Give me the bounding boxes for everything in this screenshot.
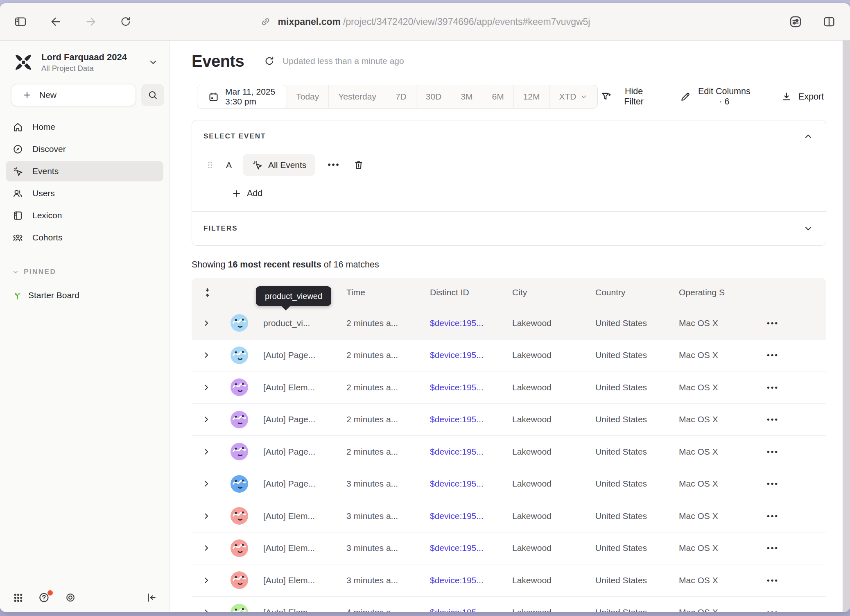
cell-city: Lakewood <box>512 575 595 585</box>
address-bar[interactable]: mixpanel.com/project/3472420/view/397469… <box>260 16 590 27</box>
trash-icon[interactable] <box>352 159 365 172</box>
table-row[interactable]: [Auto] Elem... 3 minutes a... $device:19… <box>192 500 826 532</box>
row-more-icon[interactable]: ••• <box>762 447 826 456</box>
cell-event-name: [Auto] Elem... <box>263 575 346 585</box>
cell-distinct-id-link[interactable]: $device:195... <box>430 383 512 392</box>
chevron-up-icon[interactable] <box>802 130 814 143</box>
row-more-icon[interactable]: ••• <box>762 544 826 553</box>
cell-distinct-id-link[interactable]: $device:195... <box>430 607 512 612</box>
table-row[interactable]: [Auto] Elem... 4 minutes a... $device:19… <box>192 597 826 612</box>
expand-row-icon[interactable] <box>192 607 215 612</box>
hide-filter-button[interactable]: Hide Filter <box>598 86 653 107</box>
collapse-all-rows-icon[interactable] <box>192 287 215 298</box>
cell-distinct-id-link[interactable]: $device:195... <box>430 575 512 585</box>
chevron-down-icon[interactable] <box>802 222 814 235</box>
row-more-icon[interactable]: ••• <box>762 383 826 392</box>
back-icon[interactable] <box>47 14 64 30</box>
expand-row-icon[interactable] <box>192 543 215 553</box>
event-row-more-icon[interactable]: ••• <box>325 160 342 170</box>
expand-row-icon[interactable] <box>192 383 215 392</box>
cell-distinct-id-link[interactable]: $device:195... <box>430 543 512 553</box>
expand-row-icon[interactable] <box>192 479 215 489</box>
expand-row-icon[interactable] <box>192 350 215 360</box>
row-more-icon[interactable]: ••• <box>762 351 826 360</box>
event-chip-label: All Events <box>268 160 306 170</box>
table-row[interactable]: [Auto] Page... 3 minutes a... $device:19… <box>192 468 826 500</box>
cell-country: United States <box>595 350 679 360</box>
sidebar-item-lexicon[interactable]: Lexicon <box>6 205 163 226</box>
sidebar-item-cohorts[interactable]: Cohorts <box>6 227 163 248</box>
sidebar-item-starter-board[interactable]: Starter Board <box>0 276 169 301</box>
chevron-down-icon <box>580 93 588 101</box>
date-range-12m[interactable]: 12M <box>514 85 550 108</box>
date-range-30d[interactable]: 30D <box>416 85 452 108</box>
table-row[interactable]: [Auto] Page... 2 minutes a... $device:19… <box>192 436 826 468</box>
expand-row-icon[interactable] <box>192 318 215 328</box>
expand-row-icon[interactable] <box>192 575 215 585</box>
export-button[interactable]: Export <box>778 91 826 103</box>
sidebar-item-events[interactable]: Events <box>6 161 163 181</box>
event-avatar <box>231 378 248 396</box>
table-row[interactable]: [Auto] Page... 2 minutes a... $device:19… <box>192 340 826 372</box>
date-range-6m[interactable]: 6M <box>482 85 513 108</box>
date-range-3m[interactable]: 3M <box>451 85 482 108</box>
add-event-button[interactable]: Add <box>229 188 265 199</box>
sidebar-item-home[interactable]: Home <box>6 117 163 137</box>
cell-distinct-id-link[interactable]: $device:195... <box>430 511 512 521</box>
cell-os: Mac OS X <box>679 511 762 521</box>
browser-nav-group <box>12 14 133 30</box>
date-range-control: Mar 11, 2025 3:30 pm Today Yesterday 7D … <box>197 85 598 109</box>
page-settings-icon[interactable] <box>787 13 804 30</box>
search-icon <box>147 90 158 100</box>
edit-columns-button[interactable]: Edit Columns · 6 <box>677 86 754 107</box>
table-row[interactable]: [Auto] Elem... 3 minutes a... $device:19… <box>192 532 826 565</box>
sidebar-item-users[interactable]: Users <box>6 183 163 204</box>
date-picker[interactable]: Mar 11, 2025 3:30 pm <box>197 85 287 109</box>
date-range-yesterday[interactable]: Yesterday <box>329 85 386 108</box>
cell-distinct-id-link[interactable]: $device:195... <box>430 318 512 328</box>
table-row[interactable]: [Auto] Elem... 2 minutes a... $device:19… <box>192 371 826 404</box>
row-more-icon[interactable]: ••• <box>762 319 826 328</box>
cell-distinct-id-link[interactable]: $device:195... <box>430 447 512 457</box>
split-view-icon[interactable] <box>821 13 838 30</box>
cell-distinct-id-link[interactable]: $device:195... <box>430 350 512 360</box>
date-range-today[interactable]: Today <box>287 85 329 108</box>
forward-icon[interactable] <box>83 14 99 30</box>
row-more-icon[interactable]: ••• <box>762 512 826 521</box>
date-range-7d[interactable]: 7D <box>386 85 416 108</box>
row-more-icon[interactable]: ••• <box>762 576 826 585</box>
row-more-icon[interactable]: ••• <box>762 415 826 424</box>
refresh-icon[interactable] <box>263 54 276 68</box>
cell-city: Lakewood <box>512 543 595 553</box>
new-button[interactable]: New <box>11 84 136 106</box>
drag-handle-icon[interactable] <box>205 160 215 170</box>
apps-grid-icon[interactable] <box>11 591 25 605</box>
browser-sidebar-toggle-icon[interactable] <box>12 14 29 30</box>
table-row[interactable]: [Auto] Page... 2 minutes a... $device:19… <box>192 404 826 436</box>
search-button[interactable] <box>141 84 164 106</box>
expand-row-icon[interactable] <box>192 447 215 457</box>
cell-distinct-id-link[interactable]: $device:195... <box>430 479 512 489</box>
query-builder-card: SELECT EVENT A All Events ••• <box>192 120 826 246</box>
sidebar-item-discover[interactable]: Discover <box>6 139 163 159</box>
cell-distinct-id-link[interactable]: $device:195... <box>430 414 512 424</box>
table-row[interactable]: [Auto] Elem... 3 minutes a... $device:19… <box>192 564 826 597</box>
sidebar-item-label: Home <box>32 122 55 132</box>
pencil-icon <box>680 91 691 102</box>
expand-row-icon[interactable] <box>192 414 215 424</box>
event-selector-chip[interactable]: All Events <box>243 154 315 176</box>
reload-icon[interactable] <box>118 14 133 29</box>
help-icon[interactable] <box>37 591 51 605</box>
expand-row-icon[interactable] <box>192 511 215 521</box>
row-more-icon[interactable]: ••• <box>762 608 826 612</box>
page-scrollbar[interactable] <box>843 41 850 612</box>
collapse-sidebar-icon[interactable] <box>145 591 158 605</box>
row-more-icon[interactable]: ••• <box>762 479 826 488</box>
gear-icon[interactable] <box>63 591 77 605</box>
browser-toolbar: mixpanel.com/project/3472420/view/397469… <box>0 3 850 41</box>
pinned-section-header[interactable]: PINNED <box>0 257 169 276</box>
workspace-switcher[interactable]: Lord Farquaad 2024 All Project Data <box>0 47 169 77</box>
table-row[interactable]: product_vi... 2 minutes a... $device:195… <box>192 307 826 340</box>
date-range-xtd[interactable]: XTD <box>550 85 597 108</box>
nav-icon <box>12 166 23 177</box>
